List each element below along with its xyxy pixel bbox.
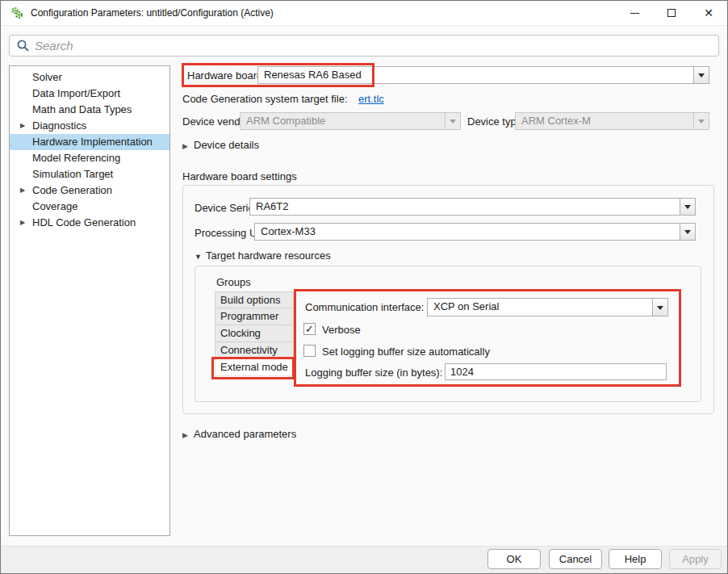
sidebar-item-simulation-target[interactable]: Simulation Target (10, 166, 169, 182)
footer-bar: OK Cancel Help Apply (1, 546, 727, 573)
dropdown-button[interactable] (693, 67, 709, 83)
maximize-button[interactable] (653, 1, 690, 25)
target-file-label: Code Generation system target file: (182, 93, 348, 105)
sidebar-item-diagnostics[interactable]: ▶Diagnostics (10, 118, 169, 134)
collapsed-arrow-icon: ▶ (182, 431, 194, 439)
dropdown-arrow-icon (698, 119, 705, 127)
dropdown-button[interactable] (680, 224, 695, 240)
window-controls: ✕ (616, 1, 727, 25)
advanced-parameters-expander[interactable]: ▶Advanced parameters (182, 428, 296, 440)
groups-label: Groups (216, 276, 251, 288)
check-icon: ✓ (305, 323, 314, 335)
help-button[interactable]: Help (609, 549, 662, 569)
device-details-label: Device details (194, 139, 259, 151)
verbose-checkbox[interactable]: ✓ (303, 323, 316, 335)
logging-buffer-size-label: Logging buffer size (in bytes): (305, 367, 442, 379)
hardware-board-label: Hardware board: (187, 69, 266, 82)
group-item-connectivity[interactable]: Connectivity (215, 342, 294, 359)
sidebar-tree: Solver Data Import/Export Math and Data … (9, 65, 170, 536)
sidebar-item-math-and-data-types[interactable]: Math and Data Types (10, 102, 169, 118)
expanded-arrow-icon: ▼ (195, 253, 206, 261)
communication-interface-value: XCP on Serial (428, 299, 652, 316)
set-logging-buffer-auto-label: Set logging buffer size automatically (322, 346, 490, 358)
sidebar-item-coverage[interactable]: Coverage (10, 199, 169, 215)
dropdown-button (693, 113, 709, 129)
search-bar (9, 35, 719, 57)
device-series-combobox[interactable]: RA6T2 (249, 198, 696, 216)
close-icon: ✕ (704, 7, 713, 19)
sidebar-item-hdl-code-generation[interactable]: ▶HDL Code Generation (10, 215, 169, 231)
target-hardware-resources-expander[interactable]: ▼Target hardware resources (195, 249, 331, 262)
sidebar-item-code-generation[interactable]: ▶Code Generation (10, 182, 169, 199)
dropdown-button (445, 113, 460, 129)
title-bar: Configuration Parameters: untitled/Confi… (1, 1, 727, 26)
search-input[interactable] (35, 39, 718, 52)
minimize-icon (630, 13, 639, 14)
group-item-build-options[interactable]: Build options (215, 291, 294, 308)
dropdown-arrow-icon (450, 119, 456, 127)
device-type-value: ARM Cortex-M (516, 113, 693, 129)
expand-arrow-icon[interactable]: ▶ (20, 182, 25, 199)
device-vendor-value: ARM Compatible (241, 113, 445, 129)
configuration-parameters-dialog: Configuration Parameters: untitled/Confi… (0, 0, 728, 574)
dropdown-arrow-icon (684, 205, 691, 212)
sidebar-item-data-import-export[interactable]: Data Import/Export (10, 86, 169, 102)
group-item-external-mode[interactable]: External mode (215, 359, 294, 376)
expand-arrow-icon[interactable]: ▶ (20, 215, 25, 231)
device-type-combobox: ARM Cortex-M (515, 112, 709, 130)
groups-list: Build options Programmer Clocking Connec… (215, 291, 294, 376)
dropdown-button[interactable] (652, 299, 667, 316)
device-series-value: RA6T2 (250, 199, 680, 215)
window-title: Configuration Parameters: untitled/Confi… (31, 7, 274, 19)
device-vendor-combobox: ARM Compatible (240, 112, 461, 130)
hardware-board-combobox[interactable]: Renesas RA6 Based (257, 66, 709, 84)
minimize-button[interactable] (616, 1, 653, 25)
sidebar-item-solver[interactable]: Solver (10, 69, 169, 86)
expand-arrow-icon[interactable]: ▶ (20, 118, 25, 134)
cancel-button[interactable]: Cancel (549, 549, 602, 569)
set-logging-buffer-auto-checkbox[interactable] (303, 345, 316, 357)
group-item-clocking[interactable]: Clocking (215, 325, 294, 342)
dropdown-arrow-icon (657, 306, 663, 313)
communication-interface-combobox[interactable]: XCP on Serial (427, 298, 668, 316)
dropdown-arrow-icon (698, 73, 705, 81)
apply-button: Apply (669, 549, 722, 569)
collapsed-arrow-icon: ▶ (182, 142, 194, 150)
sidebar-item-model-referencing[interactable]: Model Referencing (10, 150, 169, 166)
search-icon (16, 39, 30, 52)
hardware-board-settings-heading: Hardware board settings (182, 170, 297, 182)
processing-unit-value: Cortex-M33 (255, 224, 680, 240)
hardware-board-value: Renesas RA6 Based (258, 67, 693, 83)
processing-unit-combobox[interactable]: Cortex-M33 (254, 223, 696, 241)
communication-interface-label: Communication interface: (305, 301, 424, 313)
maximize-icon (667, 9, 676, 17)
close-button[interactable]: ✕ (690, 1, 727, 25)
sidebar-item-hardware-implementation[interactable]: Hardware Implementation (10, 134, 169, 150)
simulink-config-gear-icon (10, 6, 23, 19)
target-file-link[interactable]: ert.tlc (358, 93, 384, 105)
ok-button[interactable]: OK (487, 549, 541, 569)
logging-buffer-size-input[interactable] (445, 363, 667, 380)
dropdown-button[interactable] (680, 199, 695, 215)
verbose-label: Verbose (322, 324, 361, 336)
advanced-parameters-label: Advanced parameters (194, 428, 296, 440)
device-details-expander[interactable]: ▶Device details (182, 139, 259, 151)
group-item-programmer[interactable]: Programmer (215, 308, 294, 325)
dropdown-arrow-icon (684, 230, 691, 237)
target-hardware-resources-label: Target hardware resources (206, 249, 331, 262)
